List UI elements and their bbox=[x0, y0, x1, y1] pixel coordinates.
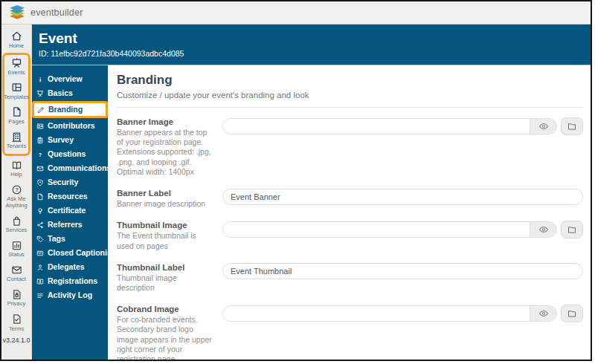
nav-item-survey[interactable]: Survey bbox=[32, 133, 108, 147]
image-input-group bbox=[222, 305, 583, 322]
file-icon bbox=[36, 193, 44, 201]
sidebar-item-label: Tenants bbox=[7, 143, 26, 150]
nav-item-label: Referrers bbox=[48, 219, 83, 230]
app-window: eventbuilder Home Events Templates Pages… bbox=[0, 0, 592, 361]
sidebar-item-tenants[interactable]: Tenants bbox=[4, 129, 28, 152]
field-row-cobrand-image: Cobrand Image For co-branded events. Sec… bbox=[117, 304, 583, 360]
page-title: Event bbox=[39, 30, 591, 47]
section-title: Branding bbox=[117, 73, 583, 88]
sidebar-item-label: Ask Me Anything bbox=[1, 196, 31, 209]
field-description: The Event thumbnail is used on pages bbox=[117, 231, 213, 250]
sidebar-item-label: Events bbox=[8, 70, 25, 77]
nav-item-label: Questions bbox=[48, 149, 86, 160]
nav-item-closed-captioning[interactable]: Closed Captioning bbox=[32, 246, 108, 260]
nav-item-label: Activity Log bbox=[48, 290, 92, 301]
preview-eye-button[interactable] bbox=[530, 306, 556, 321]
logo-text: eventbuilder bbox=[30, 7, 83, 18]
nav-item-label: Overview bbox=[48, 74, 83, 85]
card-icon bbox=[36, 278, 44, 285]
sidebar: Home Events Templates Pages Tenants Help… bbox=[1, 25, 32, 360]
nav-item-label: Closed Captioning bbox=[48, 247, 117, 259]
question-circle-icon bbox=[11, 184, 22, 195]
templates-icon bbox=[11, 82, 22, 93]
thumbnail-image-input[interactable] bbox=[223, 222, 530, 237]
shield-icon bbox=[36, 179, 44, 186]
nav-item-label: Communications bbox=[48, 163, 111, 174]
app-version: v3.24.1.0 bbox=[1, 337, 31, 344]
clipboard-icon bbox=[36, 137, 44, 144]
sidebar-highlight-box: Events Templates Pages Tenants bbox=[2, 53, 30, 156]
field-row-thumbnail-image: Thumbnail Image The Event thumbnail is u… bbox=[117, 220, 583, 250]
screen-icon bbox=[36, 90, 44, 97]
nav-item-security[interactable]: Security bbox=[32, 175, 108, 189]
field-description: For co-branded events. Secondary brand l… bbox=[117, 315, 213, 360]
bag-icon bbox=[11, 215, 22, 227]
field-label: Banner Image bbox=[117, 117, 213, 127]
main-column: Event ID: 11efbc92d721fa30b440093adbc4d0… bbox=[32, 25, 591, 360]
cobrand-image-input[interactable] bbox=[223, 306, 530, 321]
field-label: Cobrand Image bbox=[117, 304, 213, 314]
nav-item-registrations[interactable]: Registrations bbox=[32, 274, 108, 288]
banner-image-input[interactable] bbox=[223, 119, 530, 134]
browse-folder-button[interactable] bbox=[561, 305, 583, 322]
sidebar-item-label: Services bbox=[6, 227, 28, 234]
nav-item-basics[interactable]: Basics bbox=[32, 86, 108, 100]
bulb-icon bbox=[36, 207, 44, 215]
browse-folder-button[interactable] bbox=[561, 117, 583, 135]
nav-item-branding[interactable]: Branding bbox=[32, 101, 108, 118]
eye-icon bbox=[538, 121, 549, 131]
sidebar-item-events[interactable]: Events bbox=[4, 55, 28, 78]
folder-icon bbox=[567, 122, 576, 131]
section-subtitle: Customize / update your event's branding… bbox=[117, 90, 583, 100]
nav-item-resources[interactable]: Resources bbox=[32, 189, 108, 204]
doc-check-icon bbox=[11, 313, 22, 325]
nav-item-referrers[interactable]: Referrers bbox=[32, 218, 108, 232]
field-label: Thumbnail Label bbox=[117, 262, 213, 273]
field-row-banner-image: Banner Image Banner appears at the top o… bbox=[117, 117, 583, 177]
nav-item-tags[interactable]: Tags bbox=[32, 232, 108, 246]
lower-area: Overview Basics Branding Contributors Su… bbox=[32, 65, 591, 360]
id-card-icon bbox=[36, 123, 44, 130]
nav-item-activity-log[interactable]: Activity Log bbox=[32, 288, 108, 302]
sidebar-item-label: Privacy bbox=[7, 301, 26, 308]
sidebar-item-ask-me-anything[interactable]: Ask Me Anything bbox=[1, 182, 31, 212]
nav-item-delegates[interactable]: Delegates bbox=[32, 260, 108, 274]
banner-label-input[interactable] bbox=[222, 189, 583, 205]
sidebar-item-contact[interactable]: Contact bbox=[1, 262, 31, 285]
preview-eye-button[interactable] bbox=[530, 119, 556, 134]
eye-icon bbox=[538, 224, 549, 235]
book-icon bbox=[11, 160, 22, 171]
doc-lock-icon bbox=[11, 289, 22, 300]
top-bar: eventbuilder bbox=[1, 1, 591, 25]
nav-item-questions[interactable]: Questions bbox=[32, 147, 108, 161]
sidebar-item-privacy[interactable]: Privacy bbox=[1, 287, 31, 310]
sidebar-item-home[interactable]: Home bbox=[1, 28, 31, 51]
preview-eye-button[interactable] bbox=[530, 222, 556, 237]
sidebar-item-terms[interactable]: Terms bbox=[1, 311, 31, 334]
sidebar-item-help[interactable]: Help bbox=[1, 157, 31, 181]
app-body: Home Events Templates Pages Tenants Help… bbox=[1, 25, 591, 360]
nav-item-label: Security bbox=[48, 177, 78, 188]
sidebar-item-services[interactable]: Services bbox=[1, 213, 31, 236]
nav-item-overview[interactable]: Overview bbox=[32, 72, 108, 86]
info-icon bbox=[36, 76, 44, 83]
pages-icon bbox=[11, 106, 22, 117]
nav-item-certificate[interactable]: Certificate bbox=[32, 204, 108, 218]
nav-item-label: Registrations bbox=[48, 276, 97, 287]
sidebar-item-pages[interactable]: Pages bbox=[4, 104, 28, 127]
nav-item-communications[interactable]: Communications bbox=[32, 161, 108, 175]
image-input-group bbox=[222, 221, 583, 238]
browse-folder-button[interactable] bbox=[561, 221, 583, 238]
sidebar-item-label: Terms bbox=[9, 326, 24, 333]
sidebar-item-status[interactable]: Status bbox=[1, 238, 31, 261]
event-header: Event ID: 11efbc92d721fa30b440093adbc4d0… bbox=[32, 25, 591, 65]
nav-item-label: Resources bbox=[48, 191, 88, 202]
nav-item-contributors[interactable]: Contributors bbox=[32, 119, 108, 133]
thumbnail-label-input[interactable] bbox=[222, 263, 583, 279]
event-nav: Overview Basics Branding Contributors Su… bbox=[32, 65, 108, 360]
folder-icon bbox=[567, 309, 576, 318]
home-icon bbox=[11, 30, 22, 42]
sidebar-item-templates[interactable]: Templates bbox=[4, 79, 28, 103]
sidebar-item-label: Status bbox=[8, 252, 24, 259]
nav-item-label: Branding bbox=[48, 104, 83, 115]
